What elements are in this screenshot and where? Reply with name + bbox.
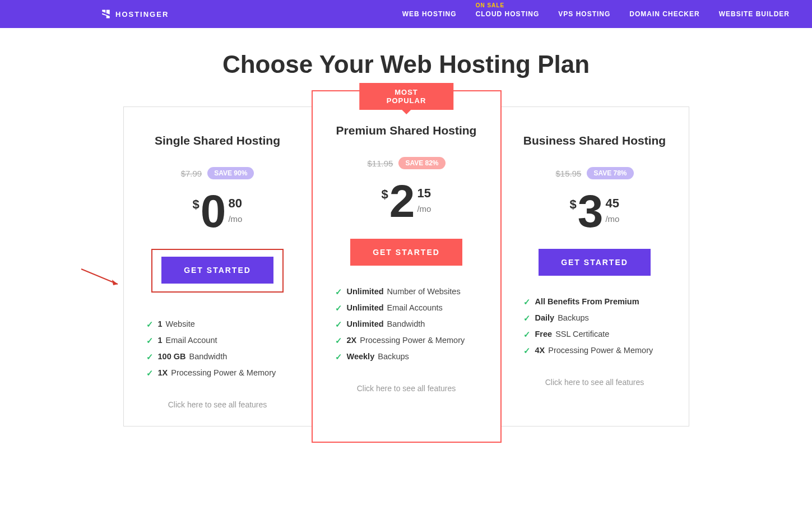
currency-symbol: $ [382, 187, 388, 202]
check-icon: ✓ [146, 320, 154, 329]
check-icon: ✓ [146, 336, 154, 345]
price-display: $ 3 45 /mo [518, 191, 672, 232]
feature-item: ✓Free SSL Certificate [523, 330, 666, 339]
feature-list: ✓All Benefits From Premium ✓Daily Backup… [523, 297, 666, 355]
price-display: $ 2 15 /mo [330, 180, 484, 222]
feature-item: ✓100 GB Bandwidth [146, 352, 289, 361]
on-sale-badge: ON SALE [476, 2, 504, 8]
plans-container: Single Shared Hosting $7.99 SAVE 90% $ 0… [123, 106, 689, 426]
save-badge: SAVE 82% [398, 157, 445, 169]
check-icon: ✓ [335, 304, 342, 313]
nav-vps-hosting[interactable]: VPS HOSTING [558, 10, 610, 18]
feature-item: ✓Unlimited Bandwidth [335, 319, 478, 329]
check-icon: ✓ [335, 336, 342, 345]
plan-single: Single Shared Hosting $7.99 SAVE 90% $ 0… [124, 107, 312, 426]
price-cents: 80 [228, 196, 242, 211]
brand-name: HOSTINGER [115, 10, 169, 18]
feature-item: ✓Weekly Backups [335, 352, 478, 361]
svg-line-0 [81, 269, 118, 284]
save-badge: SAVE 90% [207, 167, 254, 179]
feature-list: ✓Unlimited Number of Websites ✓Unlimited… [335, 287, 478, 361]
check-icon: ✓ [146, 369, 154, 378]
most-popular-ribbon: MOST POPULAR [359, 83, 453, 110]
price-row: $15.95 SAVE 78% [518, 167, 672, 179]
price-period: /mo [417, 204, 431, 214]
check-icon: ✓ [523, 346, 531, 355]
plan-title: Single Shared Hosting [141, 134, 295, 147]
check-icon: ✓ [523, 330, 531, 339]
feature-item: ✓2X Processing Power & Memory [335, 336, 478, 345]
price-cents: 45 [605, 196, 619, 211]
brand-logo[interactable]: HOSTINGER [101, 9, 169, 19]
price-main: 0 [201, 191, 226, 232]
old-price: $7.99 [181, 169, 202, 178]
price-period: /mo [605, 214, 619, 224]
get-started-button[interactable]: GET STARTED [539, 249, 651, 276]
nav-web-hosting[interactable]: WEB HOSTING [402, 10, 457, 18]
check-icon: ✓ [523, 314, 531, 323]
price-main: 2 [389, 180, 415, 222]
top-nav: HOSTINGER WEB HOSTING ON SALE CLOUD HOST… [0, 0, 812, 28]
price-main: 3 [578, 191, 604, 232]
check-icon: ✓ [335, 320, 342, 329]
nav-cloud-hosting[interactable]: ON SALE CLOUD HOSTING [476, 10, 540, 18]
plans-row: Single Shared Hosting $7.99 SAVE 90% $ 0… [123, 106, 689, 426]
see-all-features-link[interactable]: Click here to see all features [141, 400, 295, 409]
currency-symbol: $ [570, 197, 577, 212]
annotation-arrow [78, 266, 123, 291]
nav-cloud-hosting-label: CLOUD HOSTING [476, 10, 540, 18]
feature-item: ✓1X Processing Power & Memory [146, 368, 289, 378]
plan-title: Business Shared Hosting [518, 134, 672, 147]
check-icon: ✓ [335, 353, 342, 361]
plan-premium: MOST POPULAR Premium Shared Hosting $11.… [312, 90, 502, 443]
price-period: /mo [228, 214, 242, 224]
plan-business: Business Shared Hosting $15.95 SAVE 78% … [501, 107, 689, 426]
feature-item: ✓Unlimited Number of Websites [335, 287, 478, 296]
feature-item: ✓1 Email Account [146, 336, 289, 345]
nav-domain-checker[interactable]: DOMAIN CHECKER [629, 10, 699, 18]
check-icon: ✓ [335, 288, 342, 296]
feature-item: ✓All Benefits From Premium [523, 297, 666, 307]
svg-marker-1 [112, 280, 118, 285]
price-row: $11.95 SAVE 82% [330, 157, 484, 169]
price-row: $7.99 SAVE 90% [141, 167, 295, 179]
nav-links: WEB HOSTING ON SALE CLOUD HOSTING VPS HO… [402, 10, 790, 18]
price-cents: 15 [417, 186, 430, 201]
check-icon: ✓ [523, 298, 531, 307]
feature-item: ✓1 Website [146, 319, 289, 329]
plan-title: Premium Shared Hosting [330, 124, 484, 137]
old-price: $11.95 [367, 159, 393, 168]
feature-list: ✓1 Website ✓1 Email Account ✓100 GB Band… [146, 319, 289, 378]
price-display: $ 0 80 /mo [141, 191, 295, 232]
old-price: $15.95 [555, 169, 581, 178]
get-started-button[interactable]: GET STARTED [161, 257, 273, 284]
feature-item: ✓Daily Backups [523, 313, 666, 323]
check-icon: ✓ [146, 353, 154, 361]
see-all-features-link[interactable]: Click here to see all features [518, 378, 672, 387]
feature-item: ✓Unlimited Email Accounts [335, 303, 478, 313]
page-title: Choose Your Web Hosting Plan [0, 50, 812, 78]
save-badge: SAVE 78% [587, 167, 633, 179]
currency-symbol: $ [193, 197, 199, 212]
nav-website-builder[interactable]: WEBSITE BUILDER [719, 10, 790, 18]
feature-item: ✓4X Processing Power & Memory [523, 346, 666, 355]
see-all-features-link[interactable]: Click here to see all features [330, 384, 484, 393]
get-started-button[interactable]: GET STARTED [350, 239, 462, 266]
annotation-highlight-box: GET STARTED [151, 249, 284, 293]
hostinger-logo-icon [101, 9, 111, 19]
